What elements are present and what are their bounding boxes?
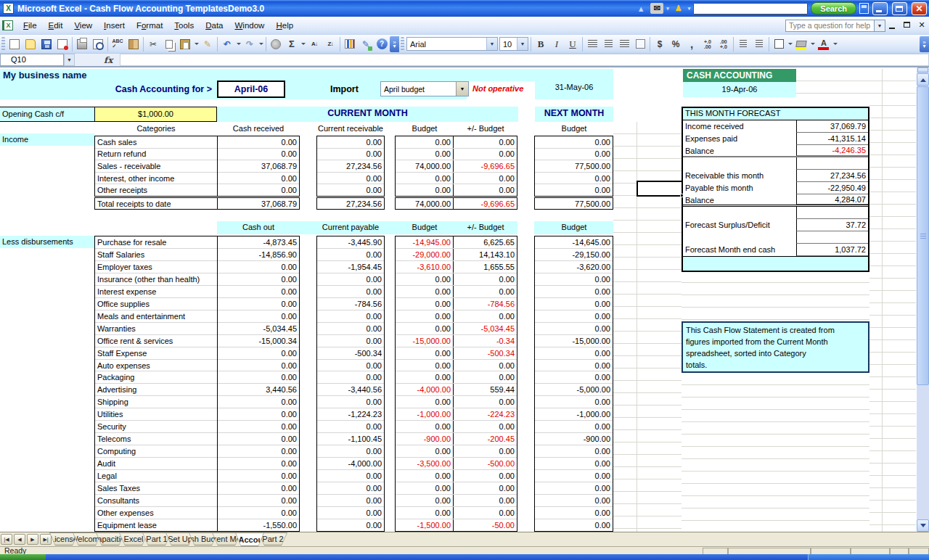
cash-accounting-title[interactable]: CASH ACCOUNTING (683, 69, 796, 82)
grid-cell-value[interactable]: 559.44 (454, 384, 517, 395)
grid-cell-value[interactable]: 0.00 (218, 172, 299, 184)
forecast-label[interactable]: Balance (683, 145, 796, 156)
grid-cell-value[interactable]: 0.00 (396, 495, 454, 506)
grid-cell-value[interactable]: -15,000.00 (535, 334, 613, 347)
first-sheet-icon[interactable]: |◀ (1, 534, 12, 545)
opening-cash-value[interactable]: $1,000.00 (94, 107, 217, 122)
grid-cell-value[interactable]: 77,500.00 (535, 198, 613, 209)
start-button[interactable] (0, 554, 46, 560)
forecast-value[interactable] (796, 231, 868, 244)
grid-cell-value[interactable]: 0.00 (535, 395, 613, 408)
grid-cell-value[interactable]: -29,150.00 (535, 248, 613, 260)
grid-cell-value[interactable]: 0.00 (454, 371, 517, 383)
grid-cell-value[interactable]: -1,954.45 (317, 260, 384, 273)
grid-cell-value[interactable]: 0.00 (396, 360, 454, 371)
grid-cell-value[interactable]: 0.00 (218, 136, 299, 148)
fill-color-dropdown-icon[interactable] (809, 37, 816, 52)
forecast-label[interactable]: Expenses paid (683, 133, 796, 145)
grid-cell-value[interactable]: -1,550.00 (218, 519, 299, 531)
grid-cell-value[interactable]: 0.00 (218, 420, 299, 432)
grid-cell-value[interactable]: 0.00 (535, 519, 613, 531)
font-name-combo[interactable]: Arial ▼ (406, 37, 498, 51)
col-header-plusminus-budget[interactable]: +/- Budget (442, 124, 529, 133)
grid-cell-value[interactable]: 0.00 (317, 334, 384, 347)
grid-cell-value[interactable]: 0.00 (317, 310, 384, 322)
grid-cell-value[interactable]: 0.00 (396, 298, 454, 310)
grid-cell-label[interactable]: Advertising (95, 383, 217, 395)
grid-cell-value[interactable]: 0.00 (317, 273, 384, 285)
autosum-icon[interactable]: Σ (284, 37, 300, 52)
grid-cell-value[interactable]: 14,143.10 (454, 249, 517, 260)
search-button[interactable]: Search (811, 2, 856, 15)
grid-cell-value[interactable]: 0.00 (396, 347, 454, 359)
prev-sheet-icon[interactable]: ◀ (14, 534, 25, 545)
next-sheet-icon[interactable]: ▶ (27, 534, 38, 545)
grid-cell-label[interactable]: Purchase for resale (95, 236, 217, 248)
grid-cell-label[interactable]: Other expenses (95, 506, 217, 519)
font-color-dropdown-icon[interactable] (832, 37, 838, 52)
grid-cell-value[interactable]: 0.00 (454, 495, 517, 506)
grid-cell-value[interactable]: 0.00 (454, 286, 517, 297)
grid-cell-value[interactable]: 0.00 (218, 482, 299, 494)
forecast-value[interactable]: 37,069.79 (796, 120, 868, 133)
grid-cell-label[interactable]: Legal (95, 469, 217, 482)
grid-cell-value[interactable]: 0.00 (218, 260, 299, 273)
note-box[interactable]: This Cash Flow Statement is created from… (682, 321, 869, 373)
grid-cell-value[interactable]: 0.00 (454, 421, 517, 432)
align-left-icon[interactable] (584, 37, 600, 52)
grid-cell-value[interactable]: 0.00 (396, 482, 454, 494)
grid-cell-label[interactable]: Office supplies (95, 297, 217, 310)
grid-cell-value[interactable]: 0.00 (317, 469, 384, 482)
grid-cell-value[interactable]: 0.00 (454, 136, 517, 148)
grid-cell-label[interactable]: Office rent & services (95, 334, 217, 347)
grid-cell-value[interactable]: -1,000.00 (535, 408, 613, 420)
grid-cell-label[interactable]: Security (95, 420, 217, 432)
chevron-down-icon[interactable]: ▼ (517, 38, 528, 50)
grid-cell-value[interactable]: 0.00 (535, 445, 613, 457)
cash-accounting-for-label[interactable]: Cash Accounting for > (87, 84, 212, 94)
merge-center-icon[interactable] (632, 37, 648, 52)
grid-cell-value[interactable]: 0.00 (454, 184, 517, 196)
grid-cell-value[interactable]: -5,000.00 (535, 383, 613, 395)
forecast-value[interactable]: 37.72 (796, 219, 868, 231)
grid-cell-value[interactable]: -200.45 (454, 433, 517, 445)
grid-cell-label[interactable]: Meals and entertainment (95, 310, 217, 322)
cut-icon[interactable]: ✂ (145, 37, 161, 52)
font-size-combo[interactable]: 10 ▼ (499, 37, 528, 51)
decrease-indent-icon[interactable] (735, 37, 751, 52)
grid-cell-value[interactable]: -5,034.45 (218, 322, 299, 334)
grid-cell-value[interactable]: 77,500.00 (535, 160, 613, 172)
grid-cell-value[interactable]: 0.00 (218, 273, 299, 285)
forecast-label[interactable] (683, 231, 796, 244)
grid-cell-value[interactable]: -1,100.45 (317, 432, 384, 445)
grid-cell-label[interactable]: Warranties (95, 322, 217, 334)
grid-cell-value[interactable]: 0.00 (317, 420, 384, 432)
grid-cell-value[interactable]: -9,696.65 (454, 198, 517, 209)
grid-cell-label[interactable]: Return refund (95, 148, 217, 160)
grid-cell-value[interactable]: 0.00 (396, 371, 454, 383)
grid-cell-value[interactable]: 0.00 (317, 519, 384, 531)
toolbar-grip[interactable] (1, 37, 5, 52)
col-header-cash-out[interactable]: Cash out (215, 223, 302, 231)
grid-cell-value[interactable]: 0.00 (317, 506, 384, 519)
grid-cell-value[interactable]: -15,000.34 (218, 334, 299, 347)
grid-cell-value[interactable]: -500.00 (454, 458, 517, 469)
grid-cell-label[interactable]: Staff Expense (95, 347, 217, 359)
grid-cell-value[interactable]: 0.00 (317, 395, 384, 408)
grid-cell-value[interactable]: 0.00 (535, 469, 613, 482)
grid-cell-value[interactable]: 0.00 (535, 494, 613, 506)
grid-cell-value[interactable]: -1,500.00 (396, 519, 454, 531)
grid-cell-value[interactable]: 0.00 (396, 273, 454, 285)
col-header-next-budget[interactable]: Budget (531, 124, 618, 133)
grid-cell-value[interactable]: 3,440.56 (218, 383, 299, 395)
grid-cell-value[interactable]: 0.00 (454, 360, 517, 371)
close-button[interactable]: ✕ (912, 2, 927, 15)
scroll-down-icon[interactable] (917, 519, 929, 532)
autosum-dropdown-icon[interactable] (300, 37, 306, 52)
av-logo-icon[interactable]: ▲ (634, 3, 647, 14)
grid-cell-value[interactable]: -784.56 (317, 297, 384, 310)
grid-cell-label[interactable]: Computing (95, 445, 217, 457)
grid-cell-value[interactable]: -500.34 (454, 347, 517, 359)
toolbar-options-icon[interactable]: »▾ (920, 36, 929, 52)
grid-cell-value[interactable]: 0.00 (317, 172, 384, 184)
